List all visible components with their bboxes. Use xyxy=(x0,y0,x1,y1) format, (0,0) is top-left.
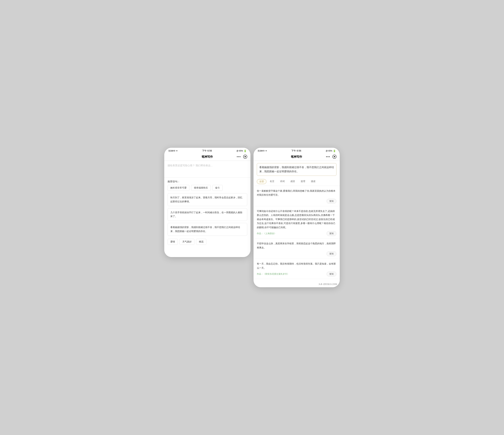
nav-actions-left: ••• xyxy=(237,155,247,159)
tag-pill-1[interactable]: 很幸福很快乐 xyxy=(191,185,211,191)
more-button-right[interactable]: ••• xyxy=(326,155,330,158)
right-phone: 无SIM卡 ✦ 下午 6:56 @ 65% 🔋 笔神写作 ••• 看着她倔强的背… xyxy=(253,148,340,287)
result-source-1: 作品：《上海堡垒》 xyxy=(257,232,326,235)
result-text-3: 有一天，我会忘记你。我没有很期待，也没有觉得失落。我只是知道，会有那么一天。 xyxy=(257,262,336,270)
filter-tabs: 全部 名言 诗词 成语 道理 描述 xyxy=(253,178,340,186)
query-text: 看着她倔强的背影，我感到很难过很不舍，我不想我们之间就这样结束，我想跟她一起证明… xyxy=(257,163,336,176)
tab-describe[interactable]: 描述 xyxy=(309,179,318,184)
result-text-1: 可事到如今你还有什么不舍得的呢？本来不是你的,也就无所谓失去了,还搞得那么悲伤的… xyxy=(257,209,336,229)
result-item-3: 有一天，我会忘记你。我没有很期待，也没有觉得失落。我只是知道，会有那么一天。 作… xyxy=(253,259,340,279)
tab-reason[interactable]: 道理 xyxy=(298,179,307,184)
copy-btn-3[interactable]: 复制 xyxy=(326,272,336,277)
result-source-3: 作品：《陪安东尼度过漫长岁月》 xyxy=(257,272,326,275)
battery-right: @ 65% 🔋 xyxy=(326,150,336,152)
result-text-2: 不想毕业这么快，真想再呆在学校里，突然留恋起这个熟悉的地方，虽然我即将离去。 xyxy=(257,242,336,250)
app-title-right: 笔神写作 xyxy=(267,155,326,159)
screenshot-container: 无SIM卡 ✦ 下午 6:56 @ 65% 🔋 笔神写作 ••• 描绘美景还是写… xyxy=(164,148,340,287)
sentence-card-1[interactable]: 几个高手突然就动手打了起来，一时间难分胜负，在一旁围观的人都惊呆了。 xyxy=(168,208,247,221)
status-bar-left: 无SIM卡 ✦ 下午 6:56 @ 65% 🔋 xyxy=(164,148,251,153)
tab-idioms[interactable]: 成语 xyxy=(288,179,297,184)
result-item-0: 你一直默默坚守着这个家,爱着我们,而我却忽略了你,我甚至固执的认为你根本对我没有… xyxy=(253,186,340,206)
copy-btn-0[interactable]: 复制 xyxy=(326,199,336,204)
signal-left: 无SIM卡 ✦ xyxy=(168,150,178,152)
watermark: 头条 @职场办公技能 xyxy=(318,283,337,286)
nav-actions-right: ••• xyxy=(326,155,336,159)
battery-left: @ 65% 🔋 xyxy=(236,150,246,152)
sentence-card-0[interactable]: 秋天到了，夜里渐渐凉了起来。望着月亮，我时常会思念起家乡，回忆起那些过去的事情。 xyxy=(168,193,247,206)
tag-pill-2[interactable]: 奋斗 xyxy=(212,185,223,191)
input-area[interactable]: 描绘美景还是写段心情？ 我们帮你表达... xyxy=(164,161,251,177)
copy-btn-2[interactable]: 复制 xyxy=(326,251,336,256)
tab-poetry[interactable]: 诗词 xyxy=(278,179,287,184)
time-right: 下午 6:56 xyxy=(291,149,301,152)
copy-btn-1[interactable]: 复制 xyxy=(326,231,336,236)
more-button-left[interactable]: ••• xyxy=(237,155,241,158)
signal-right: 无SIM卡 ✦ xyxy=(258,150,267,152)
tag-pill-0[interactable]: 她长得非常可爱 xyxy=(168,185,189,191)
sentence-card-2[interactable]: 看着她倔强的背影，我感到很难过很不舍，我不想我们之间就这样结束，我想跟她一起证明… xyxy=(168,223,247,236)
result-footer-0: 复制 xyxy=(257,199,336,204)
section-title: 推荐语句： xyxy=(164,177,251,185)
bottom-tag-2[interactable]: 桃花 xyxy=(196,239,206,245)
record-button-left[interactable] xyxy=(243,155,247,159)
record-button-right[interactable] xyxy=(333,155,336,159)
app-title-left: 笔神写作 xyxy=(178,155,237,159)
nav-bar-right: 笔神写作 ••• xyxy=(253,153,340,161)
tab-all[interactable]: 全部 xyxy=(257,179,266,184)
status-bar-right: 无SIM卡 ✦ 下午 6:56 @ 65% 🔋 xyxy=(253,148,340,153)
result-list: 你一直默默坚守着这个家,爱着我们,而我却忽略了你,我甚至固执的认为你根本对我没有… xyxy=(253,186,340,279)
time-left: 下午 6:56 xyxy=(202,149,212,152)
result-footer-3: 作品：《陪安东尼度过漫长岁月》 复制 xyxy=(257,272,336,277)
tab-quotes[interactable]: 名言 xyxy=(267,179,277,184)
result-item-2: 不想毕业这么快，真想再呆在学校里，突然留恋起这个熟悉的地方，虽然我即将离去。 复… xyxy=(253,238,340,259)
input-placeholder: 描绘美景还是写段心情？ 我们帮你表达... xyxy=(168,164,213,167)
result-footer-2: 复制 xyxy=(257,251,336,256)
left-phone: 无SIM卡 ✦ 下午 6:56 @ 65% 🔋 笔神写作 ••• 描绘美景还是写… xyxy=(164,148,251,257)
bottom-tags-row: 爱情 天气真好 桃花 xyxy=(164,238,251,247)
short-tags-row: 她长得非常可爱 很幸福很快乐 奋斗 xyxy=(164,185,251,193)
result-item-1: 可事到如今你还有什么不舍得的呢？本来不是你的,也就无所谓失去了,还搞得那么悲伤的… xyxy=(253,206,340,239)
bottom-tag-0[interactable]: 爱情 xyxy=(168,239,178,245)
bottom-tag-1[interactable]: 天气真好 xyxy=(180,239,194,245)
result-footer-1: 作品：《上海堡垒》 复制 xyxy=(257,231,336,236)
nav-bar-left: 笔神写作 ••• xyxy=(164,153,251,161)
result-text-0: 你一直默默坚守着这个家,爱着我们,而我却忽略了你,我甚至固执的认为你根本对我没有… xyxy=(257,189,336,197)
